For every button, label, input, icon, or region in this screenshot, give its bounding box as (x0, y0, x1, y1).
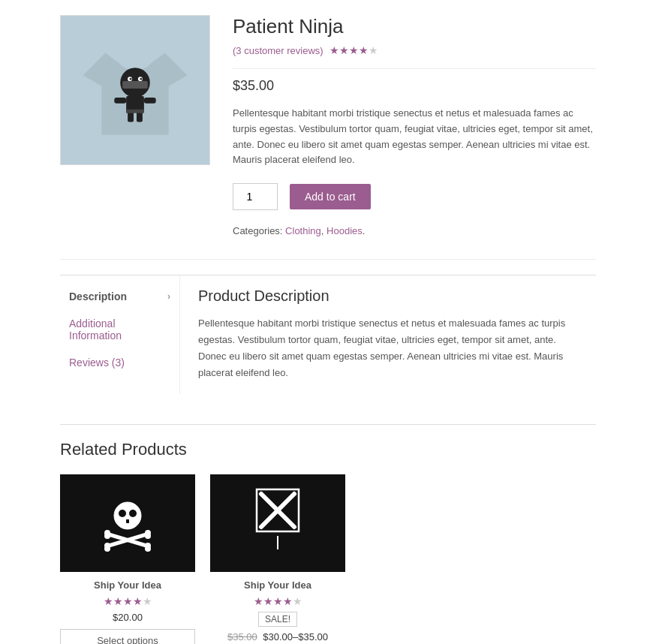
related-product-1-image (60, 474, 195, 572)
tab-additional-information-label: Additional Information (69, 317, 170, 342)
rp2-star-1: ★ (254, 595, 263, 607)
star-3: ★ (349, 44, 359, 56)
related-products-grid: Ship Your Idea ★ ★ ★ ★ ★ $20.00 Select o… (60, 474, 596, 644)
tabs-divider (60, 259, 596, 260)
svg-point-26 (145, 546, 151, 552)
tab-content-text: Pellentesque habitant morbi tristique se… (198, 315, 578, 381)
add-to-cart-row: Add to cart (233, 183, 596, 210)
product-price: $35.00 (233, 78, 596, 94)
rp1-star-1: ★ (104, 595, 113, 607)
svg-point-22 (145, 533, 151, 539)
related-product-1-name: Ship Your Idea (60, 579, 195, 591)
svg-point-16 (129, 510, 137, 517)
product-title: Patient Ninja (233, 15, 596, 38)
rp1-star-2: ★ (113, 595, 123, 607)
product-rating-stars: ★ ★ ★ ★ ★ (330, 44, 378, 56)
product-image-wrap (60, 15, 210, 236)
categories-line: Categories: Clothing, Hoodies. (233, 225, 596, 236)
tab-additional-information[interactable]: Additional Information (60, 310, 179, 349)
svg-point-14 (114, 502, 141, 529)
related-product-2-price: $35.00 $30.00–$35.00 (210, 631, 345, 642)
svg-rect-12 (126, 110, 144, 113)
product-description: Pellentesque habitant morbi tristique se… (233, 106, 596, 168)
related-product-2-sale-badge: SALE! (210, 612, 345, 631)
tab-description-label: Description (69, 290, 127, 302)
svg-point-5 (130, 78, 132, 80)
star-1: ★ (330, 44, 339, 56)
svg-point-20 (104, 533, 110, 539)
svg-point-15 (119, 510, 126, 517)
tabs-nav: Description › Additional Information Rev… (60, 275, 180, 393)
star-4: ★ (359, 44, 369, 56)
tab-reviews[interactable]: Reviews (3) (60, 349, 179, 376)
tab-content-title: Product Description (198, 287, 578, 305)
related-product-2-stars: ★ ★ ★ ★ ★ (210, 595, 345, 607)
divider-1 (233, 68, 596, 69)
related-product-1-stars: ★ ★ ★ ★ ★ (60, 595, 195, 607)
quantity-input[interactable] (233, 183, 278, 210)
svg-rect-2 (122, 81, 148, 89)
original-price: $35.00 (227, 631, 257, 642)
svg-point-24 (104, 546, 110, 552)
product-section: Patient Ninja (3 customer reviews) ★ ★ ★… (60, 15, 596, 236)
related-products-title: Related Products (60, 440, 596, 459)
rp2-star-4: ★ (283, 595, 293, 607)
chevron-right-icon: › (167, 291, 170, 302)
rp1-star-4: ★ (133, 595, 143, 607)
rp2-star-2: ★ (263, 595, 273, 607)
svg-rect-9 (144, 98, 156, 104)
category-clothing[interactable]: Clothing (285, 225, 321, 236)
product-image (60, 15, 210, 165)
svg-point-6 (140, 78, 142, 80)
tab-content: Product Description Pellentesque habitan… (180, 275, 596, 393)
related-product-1: Ship Your Idea ★ ★ ★ ★ ★ $20.00 Select o… (60, 474, 195, 644)
rp1-star-3: ★ (123, 595, 133, 607)
tab-reviews-label: Reviews (3) (69, 357, 125, 369)
add-to-cart-button[interactable]: Add to cart (290, 184, 371, 209)
reviews-link[interactable]: (3 customer reviews) (233, 45, 323, 56)
related-product-2-name: Ship Your Idea (210, 579, 345, 591)
related-product-2: Ship Your Idea ★ ★ ★ ★ ★ SALE! $35.00 $3… (210, 474, 345, 644)
tab-description[interactable]: Description › (60, 283, 179, 310)
related-product-2-image (210, 474, 345, 572)
category-hoodies[interactable]: Hoodies (326, 225, 363, 236)
related-product-1-select-btn[interactable]: Select options (60, 629, 195, 644)
related-product-1-price: $20.00 (60, 612, 195, 623)
review-line: (3 customer reviews) ★ ★ ★ ★ ★ (233, 44, 596, 56)
svg-rect-8 (114, 98, 126, 104)
rp2-star-3: ★ (273, 595, 283, 607)
price-range: $30.00–$35.00 (263, 631, 328, 642)
categories-label: Categories: (233, 225, 282, 236)
star-5: ★ (369, 44, 378, 56)
rp2-star-5: ★ (293, 595, 302, 607)
star-2: ★ (339, 44, 349, 56)
rp1-star-5: ★ (143, 595, 152, 607)
product-details: Patient Ninja (3 customer reviews) ★ ★ ★… (233, 15, 596, 236)
related-products-section: Related Products (60, 424, 596, 644)
tabs-section: Description › Additional Information Rev… (60, 275, 596, 393)
